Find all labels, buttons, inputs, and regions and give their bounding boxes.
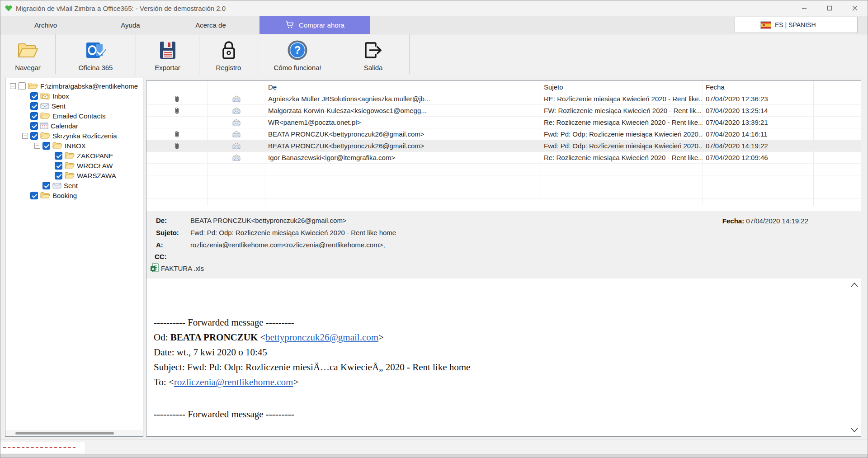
od-line: Od: BEATA PRONCZUK <bettypronczuk26@gmai… xyxy=(154,331,470,344)
mail-date: 07/04/2020 14:19:22 xyxy=(703,140,814,151)
oficina-365-label: Oficina 365 xyxy=(79,64,113,71)
tree-label: INBOX xyxy=(65,142,86,150)
svg-text:?: ? xyxy=(294,44,301,56)
tree-label: Calendar xyxy=(51,122,78,130)
body-vertical-scrollbar[interactable] xyxy=(849,282,859,433)
folder-icon xyxy=(40,132,50,139)
app-logo-icon xyxy=(5,5,12,12)
recipient-email-link[interactable]: rozliczenia@rentlikehome.com xyxy=(174,377,293,387)
menu-ayuda[interactable]: Ayuda xyxy=(91,16,170,34)
status-column-header[interactable] xyxy=(208,81,265,93)
tree-checkbox[interactable] xyxy=(42,142,50,150)
tree-scrollbar-thumb[interactable] xyxy=(15,432,114,434)
tree-checkbox[interactable] xyxy=(18,82,26,90)
tree-item[interactable]: ZAKOPANE xyxy=(5,151,143,161)
paperclip-icon xyxy=(175,142,179,150)
registro-label: Registro xyxy=(216,64,241,71)
attachment-column-header[interactable] xyxy=(146,81,208,93)
to-line: To: <rozliczenia@rentlikehome.com> xyxy=(154,376,470,388)
toolbar: Navegar Oficina 365 Exportar Registro ? … xyxy=(0,34,868,75)
tree-checkbox[interactable] xyxy=(30,112,38,120)
tree-item[interactable]: WROCŁAW xyxy=(5,161,143,170)
mail-row[interactable]: BEATA PRONCZUK<bettypronczuk26@gmail.com… xyxy=(146,128,861,140)
tree-expander[interactable] xyxy=(10,83,16,89)
tree-checkbox[interactable] xyxy=(42,182,50,189)
status-progress-box xyxy=(0,442,85,453)
detail-cc-row: CC: xyxy=(146,251,861,262)
tree-item[interactable]: Booking xyxy=(5,190,143,200)
sujeto-column-header[interactable]: Sujeto xyxy=(541,81,703,93)
tree-checkbox[interactable] xyxy=(30,122,38,130)
tree-checkbox[interactable] xyxy=(30,132,38,140)
mail-date: 07/04/2020 13:25:14 xyxy=(703,105,814,116)
content-panel: De Sujeto Fecha Agnieszka Müller JBSolut… xyxy=(146,80,861,437)
outlook-icon xyxy=(85,38,106,62)
tree-item[interactable]: Sent xyxy=(5,101,143,111)
tree-item[interactable]: Emailed Contacts xyxy=(5,111,143,121)
tree-label: F:\zimbra\gabska@rentlikehome xyxy=(40,82,138,90)
language-selector[interactable]: ES | SPANISH xyxy=(735,17,858,33)
tree-item[interactable]: F:\zimbra\gabska@rentlikehome xyxy=(5,81,143,91)
folder-icon xyxy=(28,82,38,90)
attachment-chip[interactable]: FAKTURA .xls xyxy=(150,263,861,273)
salida-button[interactable]: Salida xyxy=(337,34,410,74)
excel-file-icon xyxy=(150,263,159,273)
read-envelope-icon xyxy=(232,119,241,126)
tree-checkbox[interactable] xyxy=(30,92,38,100)
scroll-up-icon[interactable] xyxy=(850,282,859,288)
registro-button[interactable]: Registro xyxy=(199,34,258,74)
menu-archivo[interactable]: Archivo xyxy=(0,16,91,34)
close-button[interactable] xyxy=(842,0,868,16)
tree-label: ZAKOPANE xyxy=(77,152,113,160)
cart-icon xyxy=(285,21,294,28)
tree-checkbox[interactable] xyxy=(30,192,38,199)
tree-horizontal-scrollbar[interactable] xyxy=(5,430,143,436)
folder-tree: F:\zimbra\gabska@rentlikehome Inbox Sent… xyxy=(5,78,143,200)
tree-item[interactable]: Calendar xyxy=(5,121,143,131)
scroll-down-icon[interactable] xyxy=(850,427,859,433)
navegar-button[interactable]: Navegar xyxy=(0,34,56,74)
buy-now-label: Comprar ahora xyxy=(299,21,344,29)
menu-acerca-de[interactable]: Acerca de xyxy=(170,16,251,34)
titlebar: Migración de vMail Zimbra a Office365: -… xyxy=(0,0,868,16)
exportar-button[interactable]: Exportar xyxy=(136,34,199,74)
mail-row[interactable]: Igor Banaszewski<igor@itemgrafika.com> R… xyxy=(146,152,861,164)
mail-row[interactable]: Małgorzata Korwin-Kulesza<ksiegowosc1@om… xyxy=(146,105,861,117)
mail-from: Agnieszka Müller JBSolutions<agnieszka.m… xyxy=(265,93,541,104)
tree-checkbox[interactable] xyxy=(55,162,62,170)
minimize-button[interactable] xyxy=(792,0,817,16)
sender-email-link[interactable]: bettypronczuk26@gmail.com xyxy=(265,332,378,343)
de-column-header[interactable]: De xyxy=(265,81,541,93)
tree-item[interactable]: INBOX xyxy=(5,141,143,151)
tree-item[interactable]: Sent xyxy=(5,180,143,190)
tree-label: Sent xyxy=(64,182,78,189)
mail-list: De Sujeto Fecha Agnieszka Müller JBSolut… xyxy=(146,81,861,206)
tree-label: Sent xyxy=(52,102,66,110)
oficina-365-button[interactable]: Oficina 365 xyxy=(56,34,136,74)
mail-row[interactable]: BEATA PRONCZUK<bettypronczuk26@gmail.com… xyxy=(146,140,861,152)
buy-now-button[interactable]: Comprar ahora xyxy=(259,16,370,34)
tree-checkbox[interactable] xyxy=(55,172,62,179)
date-line: Date: wt., 7 kwi 2020 o 10:45 xyxy=(154,346,470,359)
mail-row[interactable]: WR<panem1@poczta.onet.pl> Re: Rozliczeni… xyxy=(146,117,861,128)
tree-expander[interactable] xyxy=(34,143,40,149)
folder-icon xyxy=(65,152,75,159)
tree-checkbox[interactable] xyxy=(30,102,38,110)
sujeto-value: Fwd: Pd: Odp: Rozliczenie miesiąca Kwiec… xyxy=(190,229,396,236)
maximize-button[interactable] xyxy=(817,0,842,16)
tree-expander[interactable] xyxy=(22,133,28,139)
tree-item[interactable]: WARSZAWA xyxy=(5,170,143,180)
fecha-value: 07/04/2020 14:19:22 xyxy=(746,217,808,225)
tree-item[interactable]: Skrzynka Rozliczenia xyxy=(5,131,143,141)
fecha-column-header[interactable]: Fecha xyxy=(703,81,814,93)
de-label: De: xyxy=(156,217,190,224)
exportar-label: Exportar xyxy=(155,64,180,71)
bottom-strip xyxy=(0,454,868,458)
como-funciona-button[interactable]: ? Cómo funciona! xyxy=(258,34,337,74)
folder-icon xyxy=(65,172,75,179)
tree-checkbox[interactable] xyxy=(55,152,62,160)
read-envelope-icon xyxy=(232,107,241,114)
message-body: ---------- Forwarded message --------- O… xyxy=(146,279,861,436)
mail-row[interactable]: Agnieszka Müller JBSolutions<agnieszka.m… xyxy=(146,93,861,105)
tree-item[interactable]: Inbox xyxy=(5,91,143,101)
